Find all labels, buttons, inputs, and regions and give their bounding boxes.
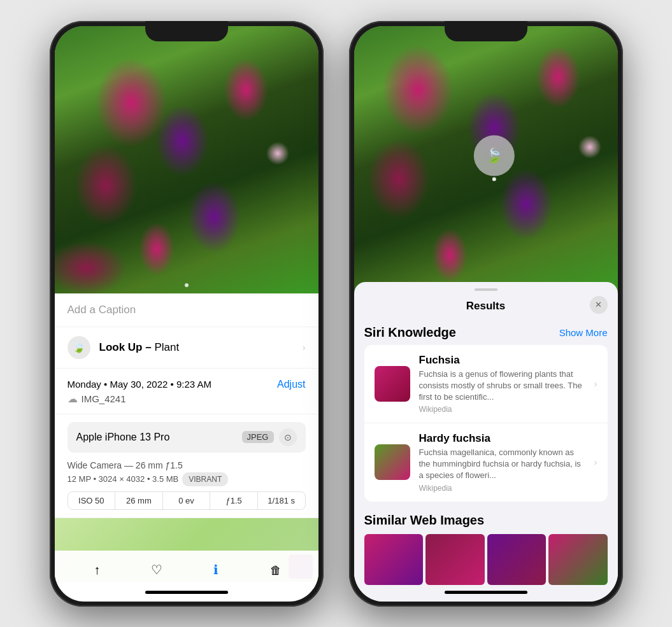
shutter-value: 1/181 s [258,492,305,509]
info-section: Monday • May 30, 2022 • 9:23 AM Adjust ☁… [55,369,318,414]
jpeg-badge: JPEG [242,431,274,443]
share-icon [94,561,100,578]
left-phone-screen: Add a Caption 🍃 Look Up – Plant › [55,26,318,602]
phones-container: Add a Caption 🍃 Look Up – Plant › [50,21,623,607]
fuchsia-chevron-icon: › [594,379,597,389]
camera-section: Apple iPhone 13 Pro JPEG ⊙ Wide Camera —… [55,414,318,518]
aperture-value: ƒ1.5 [210,492,258,509]
lookup-text: Look Up – Plant [99,341,180,354]
left-phone: Add a Caption 🍃 Look Up – Plant › [50,21,324,607]
hardy-fuchsia-item[interactable]: Hardy fuchsia Fuchsia magellanica, commo… [364,423,608,502]
home-indicator-left [145,591,228,594]
hardy-fuchsia-name: Hardy fuchsia [419,432,585,445]
lookup-icon-circle: 🍃 [68,336,90,359]
caption-field[interactable]: Add a Caption [55,293,318,327]
similar-image-4[interactable] [548,534,608,585]
siri-dot [492,177,496,181]
results-header: Results ✕ [354,291,618,319]
info-icon [213,561,218,578]
iso-value: ISO 50 [68,492,116,509]
location-icon: ⊙ [279,428,297,446]
similar-images-row [364,534,608,585]
date-text: Monday • May 30, 2022 • 9:23 AM [68,379,211,390]
similar-web-images-title: Similar Web Images [364,513,608,528]
knowledge-card: Fuchsia Fuchsia is a genus of flowering … [364,345,608,502]
bottom-toolbar [55,551,318,589]
right-phone-screen: 🍃 Results ✕ Siri Knowledge Show [354,26,618,602]
heart-icon [151,561,162,578]
fuchsia-item[interactable]: Fuchsia Fuchsia is a genus of flowering … [364,345,608,423]
siri-knowledge-title: Siri Knowledge [364,325,456,340]
right-phone: 🍃 Results ✕ Siri Knowledge Show [349,21,623,607]
hardy-fuchsia-description: Fuchsia magellanica, commonly known as t… [419,447,585,482]
share-button[interactable] [83,556,111,584]
camera-model: Apple iPhone 13 Pro [76,432,170,443]
results-close-button[interactable]: ✕ [590,296,608,314]
cloud-icon: ☁ [68,393,78,405]
exif-row: ISO 50 26 mm 0 ev ƒ1.5 1/181 s [68,491,306,510]
results-title: Results [466,300,505,313]
flower-photo-left[interactable] [55,26,318,293]
home-indicator-right [445,591,527,594]
fuchsia-description: Fuchsia is a genus of flowering plants t… [419,369,585,404]
fuchsia-text: Fuchsia Fuchsia is a genus of flowering … [419,354,585,414]
hardy-fuchsia-chevron-icon: › [594,457,597,467]
results-panel: Results ✕ Siri Knowledge Show More [354,282,618,602]
like-button[interactable] [143,556,171,584]
fuchsia-name: Fuchsia [419,354,585,367]
similar-image-1[interactable] [364,534,424,585]
hardy-fuchsia-text: Hardy fuchsia Fuchsia magellanica, commo… [419,432,585,493]
fuchsia-thumbnail [375,366,410,402]
leaf-icon: 🍃 [73,341,85,353]
siri-bubble[interactable]: 🍃 [473,135,514,176]
camera-details: Wide Camera — 26 mm ƒ1.5 12 MP • 3024 × … [68,459,306,486]
hardy-fuchsia-source: Wikipedia [419,484,585,493]
specs-text: 12 MP • 3024 × 4032 • 3.5 MB [68,473,179,486]
focal-value: 26 mm [115,492,163,509]
flower-photo-right[interactable]: 🍃 [354,26,618,293]
hardy-fuchsia-thumbnail [375,444,410,480]
lookup-row[interactable]: 🍃 Look Up – Plant › [55,327,318,369]
delete-button[interactable] [262,556,290,584]
similar-image-2[interactable] [425,534,485,585]
siri-knowledge-section-header: Siri Knowledge Show More [354,319,618,345]
similar-web-images-section: Similar Web Images [354,507,618,590]
trash-icon [270,561,282,578]
fuchsia-source: Wikipedia [419,405,585,414]
ev-value: 0 ev [163,492,211,509]
vibrant-badge: VIBRANT [182,472,228,486]
similar-image-3[interactable] [487,534,547,585]
lookup-chevron-icon: › [303,342,306,353]
info-button[interactable] [202,556,230,584]
caption-placeholder[interactable]: Add a Caption [68,304,136,316]
show-more-button[interactable]: Show More [559,327,608,338]
filename-text: IMG_4241 [82,393,126,404]
siri-leaf-icon: 🍃 [485,147,503,164]
adjust-button[interactable]: Adjust [277,379,305,390]
